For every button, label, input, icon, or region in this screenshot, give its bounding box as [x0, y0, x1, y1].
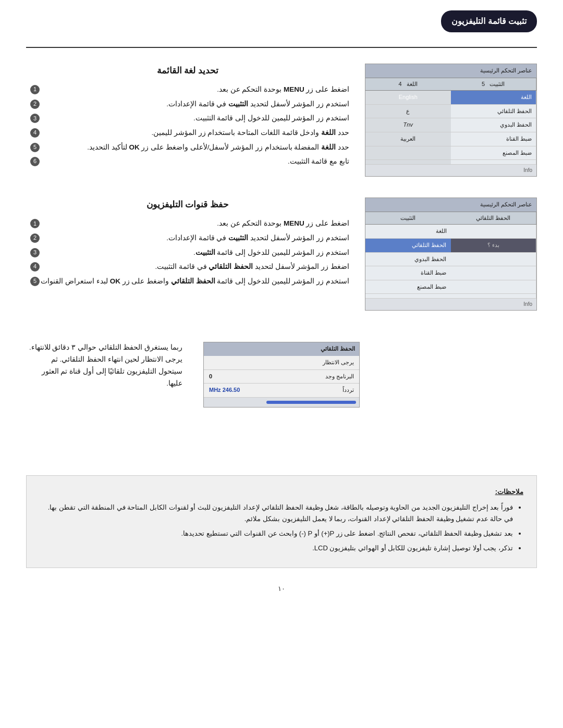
- section-language: عناصر التحكم الرئيسية التثبيت 5 اللغة 4 …: [26, 64, 537, 177]
- row1-col2: English: [365, 91, 451, 104]
- save-row4-col2: ضبط القناة: [365, 266, 451, 280]
- save-row-2: بدء ؟ الحفظ التلقائي: [365, 239, 536, 253]
- save-row6-col2: [365, 294, 451, 298]
- save-row3-col2: الحفظ البدوي: [365, 253, 451, 266]
- panel-row-3: الحفظ البدوي Tnv: [365, 118, 536, 132]
- save-row-4: ضبط القناة: [365, 266, 536, 280]
- panel-language-footer: Info: [365, 165, 536, 176]
- col-header-install: التثبيت 5: [451, 78, 537, 91]
- panel-save-channels: عناصر التحكم الرئيسية الحفظ التلقائي الت…: [365, 198, 537, 311]
- save-row-3: الحفظ البدوي: [365, 253, 536, 267]
- panel-language: عناصر التحكم الرئيسية التثبيت 5 اللغة 4 …: [365, 64, 537, 177]
- step-4: حدد اللغة وادخل قائمة اللغات المتاحة باس…: [26, 127, 349, 139]
- top-divider: [26, 47, 537, 48]
- panel-save-footer: Info: [365, 299, 536, 310]
- save-step-2: استخدم زر المؤشر لأسفل لتحديد التثبيت في…: [26, 232, 349, 244]
- col-header-install2b: التثبيت: [365, 212, 451, 225]
- notes-section: ملاحظات: فوراً بعد إخراج التليفزيون الجد…: [26, 475, 537, 568]
- panel-row-6: [365, 160, 536, 165]
- row5-col2: [365, 146, 451, 160]
- note-item-2: بعد تشغيل وظيفة الحفظ التلقائي، تفحص الن…: [40, 528, 513, 539]
- section-language-text: تحديد لغة القائمة اضغط على زر MENU بوحدة…: [26, 64, 349, 170]
- col-header-language: اللغة 4: [365, 78, 451, 91]
- scan-para: ربما يستغرق الحفظ التلقائي حوالي ٣ دقائق…: [26, 342, 182, 390]
- save-step-5: استخدم زر المؤشر لليمين للدخول إلى قائمة…: [26, 276, 349, 287]
- section-scan: الحفظ التلقائي يرجى الانتظار البرنامج وج…: [26, 331, 537, 407]
- page-header-title: تثبيت قائمة التليفزيون: [441, 10, 537, 32]
- step-2: استخدم زر المؤشر لأسفل لتحديد التثبيت في…: [26, 98, 349, 110]
- spacer: [26, 428, 537, 460]
- row3-col2: Tnv: [365, 118, 451, 132]
- step-6: تابع مع قائمة التثبيت. 6: [26, 156, 349, 167]
- col-header-install2: الحفظ التلقائي: [451, 212, 537, 225]
- step-3: استخدم زر المؤشر لليمين للدخول إلى قائمة…: [26, 113, 349, 124]
- step-1: اضغط على زر MENU بوحدة التحكم عن بعد. 1: [26, 84, 349, 95]
- save-row-1: اللغة: [365, 225, 536, 239]
- scan-panel: الحفظ التلقائي يرجى الانتظار البرنامج وج…: [203, 342, 360, 407]
- panel-save-columns: الحفظ التلقائي التثبيت: [365, 212, 536, 225]
- scan-row-found: البرنامج وجد 0: [204, 370, 359, 384]
- save-row5-col1: [451, 280, 537, 294]
- note-item-1: فوراً بعد إخراج التليفزيون الجديد من الح…: [40, 502, 513, 525]
- row6-col2: [365, 160, 451, 164]
- save-row2-col1: بدء ؟: [451, 239, 537, 252]
- section-save-channels: عناصر التحكم الرئيسية الحفظ التلقائي الت…: [26, 198, 537, 311]
- scan-row-wait: يرجى الانتظار: [204, 356, 359, 370]
- section-language-steps: اضغط على زر MENU بوحدة التحكم عن بعد. 1 …: [26, 84, 349, 167]
- section-save-text: حفظ قنوات التليفزيون اضغط على زر MENU بو…: [26, 198, 349, 290]
- save-row1-col1: [451, 225, 537, 238]
- panel-row-4: ضبط القناة العربية: [365, 132, 536, 146]
- notes-list: فوراً بعد إخراج التليفزيون الجديد من الح…: [40, 502, 523, 554]
- save-step-3: استخدم زر المؤشر لليمين للدخول إلى قائمة…: [26, 247, 349, 258]
- row4-col1: ضبط القناة: [451, 132, 537, 146]
- page-number: ١٠: [26, 584, 537, 595]
- scan-description: ربما يستغرق الحفظ التلقائي حوالي ٣ دقائق…: [26, 331, 182, 390]
- panel-language-header: عناصر التحكم الرئيسية: [365, 64, 536, 78]
- scan-panel-header: الحفظ التلقائي: [204, 342, 359, 356]
- row5-col1: ضبط المصنع: [451, 146, 537, 160]
- section-save-title: حفظ قنوات التليفزيون: [26, 198, 349, 212]
- save-row-5: ضبط المصنع: [365, 280, 536, 294]
- row1-col1: اللغة: [451, 91, 537, 104]
- row2-col1: الحفظ التلقائي: [451, 105, 537, 118]
- row4-col2: العربية: [365, 132, 451, 146]
- save-row2-col2: الحفظ التلقائي: [365, 239, 451, 252]
- save-row6-col1: [451, 294, 537, 298]
- row2-col2: ع: [365, 105, 451, 118]
- panel-save-header: عناصر التحكم الرئيسية: [365, 198, 536, 212]
- note-item-3: تذكر، يجب أولا توصيل إشارة تليفزيون للكا…: [40, 542, 513, 554]
- step-5: حدد اللغة المفضلة باستخدام زر المؤشر لأس…: [26, 142, 349, 153]
- save-step-4: اضغط زر المؤشر لأسفل لتحديد الحفظ التلقا…: [26, 261, 349, 273]
- row3-col1: الحفظ البدوي: [451, 118, 537, 132]
- save-step-1: اضغط على زر MENU بوحدة التحكم عن بعد. 1: [26, 218, 349, 229]
- save-row3-col1: [451, 253, 537, 266]
- panel-language-columns: التثبيت 5 اللغة 4: [365, 78, 536, 91]
- panel-row-1: اللغة English: [365, 91, 536, 105]
- progress-bar: [266, 401, 356, 404]
- panel-row-5: ضبط المصنع: [365, 146, 536, 161]
- save-row5-col2: ضبط المصنع: [365, 280, 451, 294]
- save-row-6: [365, 294, 536, 299]
- page-container: تثبيت قائمة التليفزيون عناصر التحكم الرئ…: [0, 0, 563, 728]
- row6-col1: [451, 160, 537, 164]
- section-save-steps: اضغط على زر MENU بوحدة التحكم عن بعد. 1 …: [26, 218, 349, 287]
- scan-panel-area: الحفظ التلقائي يرجى الانتظار البرنامج وج…: [198, 331, 365, 407]
- save-row4-col1: [451, 266, 537, 280]
- scan-row-freq: تردداً 246.50 MHz: [204, 384, 359, 398]
- notes-title: ملاحظات:: [40, 486, 523, 498]
- panel-row-2: الحفظ التلقائي ع: [365, 105, 536, 119]
- section-language-title: تحديد لغة القائمة: [26, 64, 349, 78]
- save-row1-col2: اللغة: [365, 225, 451, 238]
